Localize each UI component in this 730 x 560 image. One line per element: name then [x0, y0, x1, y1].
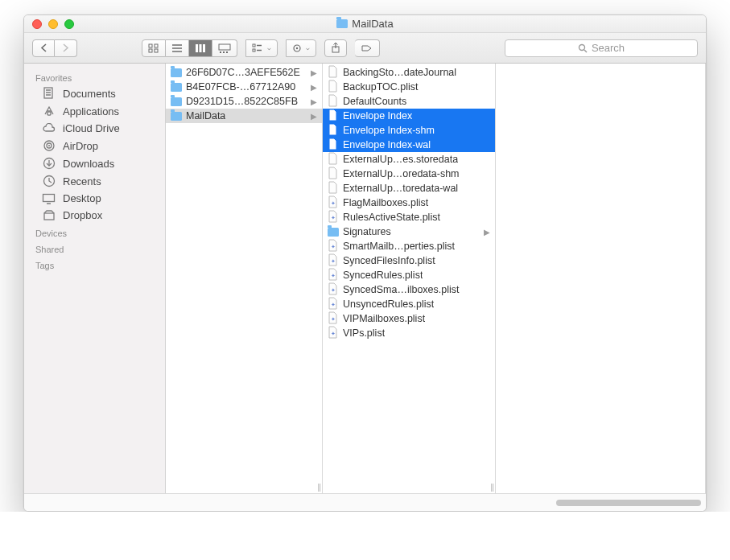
- item-label: Signatures: [343, 226, 391, 237]
- minimize-window-button[interactable]: [48, 19, 58, 29]
- file-icon: ✦: [328, 268, 339, 283]
- file-row[interactable]: ✦ SyncedFilesInfo.plist: [323, 253, 495, 268]
- search-icon: [578, 43, 588, 53]
- icon-view-button[interactable]: [142, 39, 166, 57]
- forward-button[interactable]: [55, 39, 77, 57]
- file-row[interactable]: ✦ UnsyncedRules.plist: [323, 297, 495, 311]
- back-button[interactable]: [32, 39, 55, 57]
- folder-row[interactable]: B4E07FCB-…67712A90▶: [166, 80, 322, 94]
- folder-row[interactable]: MailData▶: [166, 109, 322, 123]
- sidebar-item-label: Applications: [63, 105, 119, 117]
- item-label: SyncedSma…ilboxes.plist: [343, 284, 460, 295]
- column-3[interactable]: [496, 64, 706, 493]
- folder-icon: [171, 68, 182, 77]
- action-button[interactable]: ⌵: [286, 39, 316, 57]
- file-icon: ✦: [328, 239, 339, 254]
- file-row[interactable]: ✦ RulesActiveState.plist: [323, 210, 495, 224]
- sidebar-item-documents[interactable]: Documents: [24, 84, 165, 102]
- sidebar-item-downloads[interactable]: Downloads: [24, 154, 165, 172]
- sidebar-item-applications[interactable]: Applications: [24, 102, 165, 120]
- file-row[interactable]: ✦ VIPs.plist: [323, 326, 495, 340]
- folder-row[interactable]: D9231D15…8522C85FB▶: [166, 94, 322, 109]
- svg-text:✦: ✦: [331, 215, 336, 220]
- arrange-button[interactable]: ⌵: [245, 39, 278, 57]
- nav-buttons: [32, 39, 77, 57]
- svg-rect-11: [220, 51, 221, 53]
- column-view-button[interactable]: [189, 39, 212, 57]
- file-icon: ✦: [328, 253, 339, 269]
- item-label: Envelope Index-wal: [343, 139, 431, 150]
- svg-rect-10: [219, 44, 230, 50]
- scrollbar-thumb[interactable]: [556, 500, 701, 506]
- file-row[interactable]: DefaultCounts: [323, 94, 495, 109]
- sidebar-item-label: iCloud Drive: [63, 122, 120, 134]
- column-1[interactable]: 26F6D07C…3AEFE562E▶B4E07FCB-…67712A90▶D9…: [166, 64, 323, 493]
- sidebar-item-desktop[interactable]: Desktop: [24, 190, 165, 207]
- app-icon: [42, 105, 56, 117]
- file-row[interactable]: ✦ FlagMailboxes.plist: [323, 196, 495, 210]
- item-label: SmartMailb…perties.plist: [343, 241, 455, 252]
- sidebar-item-icloud-drive[interactable]: iCloud Drive: [24, 120, 165, 137]
- status-bar: [24, 493, 706, 511]
- sidebar: Favorites Documents Applications iCloud …: [24, 64, 166, 493]
- folder-row[interactable]: Signatures▶: [323, 224, 495, 239]
- file-row[interactable]: BackingSto…dateJournal: [323, 65, 495, 80]
- file-icon: ✦: [328, 282, 339, 298]
- svg-point-19: [296, 47, 298, 48]
- list-view-button[interactable]: [166, 39, 189, 57]
- item-label: UnsyncedRules.plist: [343, 299, 434, 310]
- desktop-icon: [42, 193, 56, 204]
- file-row[interactable]: ✦ SyncedSma…ilboxes.plist: [323, 282, 495, 297]
- item-label: Envelope Index: [343, 110, 412, 121]
- svg-point-32: [48, 145, 50, 146]
- tags-button[interactable]: [355, 39, 380, 57]
- gallery-view-button[interactable]: [212, 39, 237, 57]
- svg-text:✦: ✦: [331, 200, 336, 206]
- column-resize-handle[interactable]: ||: [317, 482, 320, 492]
- horizontal-scrollbar[interactable]: [384, 499, 706, 507]
- sidebar-item-airdrop[interactable]: AirDrop: [24, 137, 165, 154]
- chevron-right-icon: ▶: [311, 83, 317, 92]
- sidebar-item-label: Documents: [63, 88, 116, 100]
- folder-icon: [171, 112, 182, 121]
- sidebar-section-favorites: Favorites: [24, 68, 165, 84]
- file-icon: ✦: [328, 210, 339, 225]
- folder-row[interactable]: 26F6D07C…3AEFE562E▶: [166, 65, 322, 80]
- svg-text:✦: ✦: [331, 273, 336, 278]
- down-icon: [42, 157, 56, 170]
- file-icon: [328, 138, 339, 153]
- column-2[interactable]: BackingSto…dateJournal BackupTOC.plist D…: [323, 64, 496, 493]
- svg-text:✦: ✦: [331, 331, 336, 336]
- svg-rect-2: [149, 49, 152, 52]
- file-row[interactable]: ExternalUp…es.storedata: [323, 152, 495, 167]
- close-window-button[interactable]: [32, 19, 42, 29]
- file-row[interactable]: ✦ SmartMailb…perties.plist: [323, 239, 495, 253]
- sidebar-item-label: Dropbox: [63, 209, 102, 221]
- file-row[interactable]: ✦ SyncedRules.plist: [323, 268, 495, 282]
- file-row[interactable]: ✦ VIPMailboxes.plist: [323, 311, 495, 326]
- finder-window: MailData: [23, 14, 707, 512]
- search-placeholder: Search: [592, 42, 625, 54]
- search-field[interactable]: Search: [505, 39, 698, 57]
- file-row[interactable]: ExternalUp…toredata-wal: [323, 181, 495, 196]
- chevron-right-icon: ▶: [311, 97, 317, 106]
- share-button[interactable]: [324, 39, 347, 57]
- zoom-window-button[interactable]: [64, 19, 74, 29]
- item-label: ExternalUp…oredata-shm: [343, 168, 460, 179]
- chevron-right-icon: ▶: [311, 68, 317, 77]
- sidebar-section-tags: Tags: [24, 256, 165, 272]
- svg-rect-0: [149, 44, 152, 47]
- sidebar-item-recents[interactable]: Recents: [24, 172, 165, 190]
- file-row[interactable]: ExternalUp…oredata-shm: [323, 167, 495, 181]
- chevron-down-icon: ⌵: [267, 44, 271, 51]
- svg-rect-13: [226, 51, 228, 53]
- column-browser: 26F6D07C…3AEFE562E▶B4E07FCB-…67712A90▶D9…: [166, 64, 706, 493]
- file-row[interactable]: BackupTOC.plist: [323, 80, 495, 94]
- file-icon: [328, 65, 339, 80]
- sidebar-item-label: Recents: [63, 175, 101, 187]
- file-row[interactable]: Envelope Index-wal: [323, 138, 495, 152]
- file-row[interactable]: Envelope Index: [323, 109, 495, 123]
- column-resize-handle[interactable]: ||: [490, 482, 493, 492]
- sidebar-item-dropbox[interactable]: Dropbox: [24, 207, 165, 224]
- file-row[interactable]: Envelope Index-shm: [323, 123, 495, 138]
